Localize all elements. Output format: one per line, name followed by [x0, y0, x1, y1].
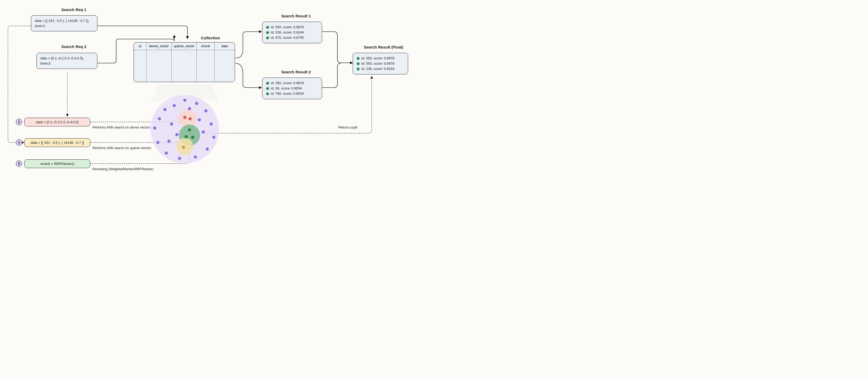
svg-point-21 [202, 130, 205, 133]
svg-point-9 [210, 122, 213, 126]
svg-point-13 [178, 157, 181, 160]
svg-point-25 [188, 117, 192, 120]
final-row: id: 236, score: 0.9244 [356, 66, 404, 71]
req1-line1: data = [{ 331 : 0.5 }, { 14136 : 0.7 }], [35, 18, 93, 24]
svg-point-16 [153, 126, 156, 130]
svg-point-12 [194, 155, 197, 159]
res1-row: id: 870, score: 0.8755 [266, 35, 318, 40]
svg-point-23 [188, 107, 191, 110]
bullet-icon [266, 87, 269, 90]
svg-point-20 [198, 118, 201, 121]
svg-point-19 [175, 133, 179, 136]
step-rerank-text: rerank = RRFRanker() [40, 162, 74, 166]
svg-point-6 [183, 99, 186, 102]
step-dense-box: data = [0.1,-0.2,0.3,-0.4,0.5] [24, 118, 90, 126]
res2-row: id: 350, score: 0.9978 [266, 81, 318, 86]
bullet-icon [356, 62, 360, 65]
svg-point-26 [188, 128, 191, 131]
svg-point-3 [176, 138, 193, 155]
svg-point-5 [173, 104, 176, 107]
search-req-2-title: Search Req 2 [61, 44, 86, 49]
step-sparse-box: data = [{ 331 : 0.5 }, { 14136 : 0.7 }] [24, 138, 90, 147]
col-date: date [215, 42, 235, 50]
step-badge-1a: 1 [16, 119, 22, 125]
caption-topk: Returns topK [338, 126, 358, 129]
svg-point-10 [212, 136, 215, 139]
search-req-1-title: Search Req 1 [61, 7, 86, 12]
final-row: id: 350, score: 0.9978 [356, 56, 404, 61]
col-chunk: chunk [197, 42, 215, 50]
svg-point-22 [167, 139, 170, 143]
req1-line2: limit=3 [35, 24, 93, 29]
svg-point-11 [206, 148, 209, 151]
svg-point-18 [170, 122, 173, 126]
svg-point-27 [185, 135, 188, 138]
svg-point-14 [165, 152, 168, 155]
svg-point-15 [156, 141, 159, 144]
svg-point-4 [163, 108, 166, 111]
collection-title: Collection [201, 36, 220, 40]
bullet-icon [356, 68, 360, 70]
svg-point-0 [151, 95, 219, 164]
col-id: id [134, 42, 147, 50]
res1-row: id: 236, score: 0.9244 [266, 30, 318, 35]
step-sparse-text: data = [{ 331 : 0.5 }, { 14136 : 0.7 }] [31, 141, 84, 145]
svg-point-1 [178, 109, 197, 128]
search-result-1-title: Search Result 1 [281, 14, 311, 18]
svg-point-7 [195, 102, 198, 105]
req2-line2: limit=3 [40, 61, 93, 66]
res2-row: id: 36, score: 0.9034 [266, 86, 318, 91]
svg-point-17 [158, 117, 161, 120]
search-result-1-box: id: 550, score: 0.9876 id: 236, score: 0… [262, 22, 322, 43]
bullet-icon [266, 82, 269, 85]
search-result-2-title: Search Result 2 [281, 70, 311, 74]
svg-point-8 [204, 109, 208, 113]
search-result-2-box: id: 350, score: 0.9978 id: 36, score: 0.… [262, 77, 322, 99]
vector-cluster-illustration [151, 95, 219, 164]
caption-rerank: Reranking (WeightedRanker/RRFRanker) [92, 167, 153, 171]
svg-point-28 [191, 136, 194, 139]
res2-row: id: 780, score: 0.8534 [266, 91, 318, 96]
step-dense-text: data = [0.1,-0.2,0.3,-0.4,0.5] [36, 120, 79, 124]
search-result-final-box: id: 350, score: 0.9978 id: 550, score: 0… [353, 53, 408, 74]
bullet-icon [266, 26, 269, 29]
search-result-final-title: Search Result (Final) [364, 45, 403, 49]
svg-point-2 [179, 125, 200, 146]
caption-ann-dense: Performs ANN search on dense vectors [92, 126, 151, 129]
step-badge-2: 2 [16, 160, 22, 167]
svg-point-29 [182, 146, 185, 149]
search-req-2-box: data = [0.1,-0.2,0.3,-0.4,0.5], limit=3 [36, 53, 97, 69]
caption-ann-sparse: Performs ANN search on sparse vectors [92, 146, 151, 150]
collection-table: id dense_vector sparse_vector chunk date [133, 42, 235, 82]
step-badge-1b: 1 [16, 139, 22, 146]
col-dense: dense_vector [147, 42, 172, 50]
col-sparse: sparse_vector [172, 42, 197, 50]
search-req-1-box: data = [{ 331 : 0.5 }, { 14136 : 0.7 }],… [31, 15, 97, 31]
bullet-icon [356, 57, 360, 60]
bullet-icon [266, 36, 269, 39]
final-row: id: 550, score: 0.9876 [356, 61, 404, 66]
bullet-icon [266, 92, 269, 95]
step-rerank-box: rerank = RRFRanker() [24, 159, 90, 168]
res1-row: id: 550, score: 0.9876 [266, 25, 318, 30]
req2-line1: data = [0.1,-0.2,0.3,-0.4,0.5], [40, 56, 93, 61]
svg-point-24 [183, 116, 186, 119]
bullet-icon [266, 31, 269, 34]
